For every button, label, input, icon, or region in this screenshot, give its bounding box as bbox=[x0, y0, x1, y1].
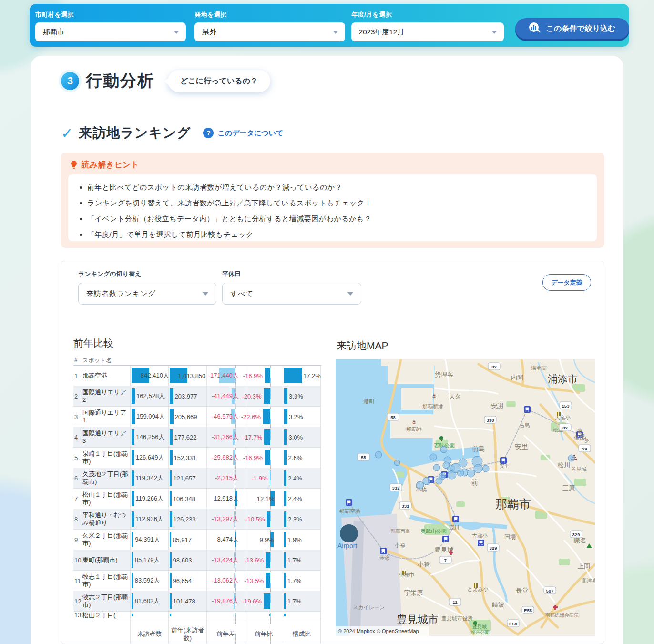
visitors-cell: 94,391人 bbox=[130, 530, 168, 550]
map-label: 那覇西高 bbox=[391, 529, 410, 534]
anchor-icon: ⚓ bbox=[432, 393, 437, 399]
table-row[interactable]: 1 那覇空港842,410人1,013,850-171,440人-16.9%17… bbox=[73, 366, 321, 386]
visitor-map[interactable]: ⚓⚓勢理客内間陽明高港町那覇新港天久安謝古島大名小儀保松島松川首里城若狭公園前島… bbox=[336, 359, 595, 636]
speech-bubble: どこに行っているの？ bbox=[168, 70, 270, 92]
airport-visitor-bubble bbox=[340, 524, 358, 542]
map-label: 小禄中 bbox=[398, 572, 414, 578]
yoy-cell: -13.5% bbox=[245, 571, 283, 591]
diff-cell: -25,682人 bbox=[206, 448, 245, 468]
map-label: 那覇港 bbox=[406, 426, 422, 432]
map-title: 来訪地MAP bbox=[337, 339, 388, 352]
data-definition-button[interactable]: データ定義 bbox=[542, 274, 591, 291]
yoy-cell: -22.6% bbox=[245, 407, 283, 427]
table-row[interactable]: 8 平和通り・むつみ橋通り112,936人126,233-13,297人-10.… bbox=[73, 509, 321, 530]
table-row[interactable]: 4 国際通りエリア3146,256人177,622-31,366人-17.7%3… bbox=[73, 427, 321, 448]
map-label: 総合公園 bbox=[470, 630, 490, 635]
municipality-select-value: 那覇市 bbox=[43, 28, 64, 37]
visitor-bubble bbox=[451, 463, 460, 473]
share-cell: 2.4% bbox=[283, 468, 321, 488]
map-label: 松川 bbox=[557, 461, 570, 469]
svg-text:329: 329 bbox=[490, 545, 497, 551]
table-row[interactable]: 11 牧志１丁目(那覇市)83,592人96,654-13,062人-13.5%… bbox=[73, 571, 321, 591]
table-row[interactable]: 10 東町(那覇市)85,179人98,603-13,424人-13.6%1.7… bbox=[73, 550, 321, 571]
apply-filters-label: この条件で絞り込む bbox=[546, 24, 616, 34]
spot-name-cell: 国際通りエリア3 bbox=[82, 427, 129, 447]
prev-year-cell bbox=[168, 612, 206, 619]
daytype-label: 平休日 bbox=[222, 270, 241, 278]
hint-list: 前年と比べてどのスポットの来訪者数が増えているのか？減っているのか？ランキングを… bbox=[78, 183, 587, 239]
period-filter-label: 年度/月を選択 bbox=[351, 10, 504, 19]
table-row[interactable]: 7 松山１丁目(那覇市)119,266人106,34812,918人12.1%2… bbox=[73, 489, 321, 509]
question-icon: ? bbox=[203, 128, 214, 138]
svg-text:E58: E58 bbox=[509, 621, 517, 626]
apply-filters-button[interactable]: この条件で絞り込む bbox=[515, 18, 629, 39]
map-label: 大名小 bbox=[555, 415, 571, 420]
table-row[interactable]: 13 松山２丁目( bbox=[73, 612, 321, 619]
prev-year-cell: 177,622 bbox=[168, 427, 206, 447]
yoy-cell: -1.9% bbox=[245, 468, 283, 488]
visitors-cell bbox=[130, 612, 168, 619]
table-row[interactable]: 2 国際通りエリア2162,528人203,977-41,449人-20.3%3… bbox=[73, 386, 321, 407]
prev-year-cell: 121,657 bbox=[168, 468, 206, 488]
svg-text:507: 507 bbox=[546, 588, 554, 593]
ranking-switch-select[interactable]: 来訪者数ランキング bbox=[78, 283, 216, 305]
table-row[interactable]: 12 牧志２丁目(那覇市)81,602人101,478-19,876人-19.6… bbox=[73, 591, 321, 612]
map-label: 古島 bbox=[520, 422, 530, 428]
table-row[interactable]: 9 久米２丁目(那覇市)94,391人85,9178,474人9.9%1.9% bbox=[73, 530, 321, 550]
prev-year-cell: 1,013,850 bbox=[168, 366, 206, 386]
visitor-bubble bbox=[375, 451, 382, 458]
train-station-icon bbox=[442, 536, 449, 542]
yoy-cell: -16.9% bbox=[245, 366, 283, 386]
table-row[interactable]: 6 久茂地２丁目(那覇市)119,342人121,657-2,315人-1.9%… bbox=[73, 468, 321, 489]
route-shield: 58 bbox=[387, 413, 399, 420]
daytype-select[interactable]: すべて bbox=[222, 283, 361, 305]
map-label: 三原 bbox=[562, 484, 575, 491]
section-title: 行動分析 bbox=[86, 70, 154, 92]
period-filter: 年度/月を選択 2023年度12月 bbox=[351, 10, 504, 41]
map-label: 天久 bbox=[449, 393, 461, 400]
map-label: 古蔵小 bbox=[472, 533, 488, 539]
visitor-bubble bbox=[436, 478, 442, 484]
yoy-cell: 9.9% bbox=[245, 530, 283, 550]
diff-cell: -31,366人 bbox=[206, 427, 245, 447]
yoy-cell bbox=[245, 612, 283, 619]
route-shield: 58 bbox=[358, 453, 369, 460]
municipality-select[interactable]: 那覇市 bbox=[35, 22, 186, 41]
route-shield: 11 bbox=[449, 598, 461, 605]
share-cell: 1.9% bbox=[283, 530, 321, 550]
visitors-cell: 842,410人 bbox=[130, 366, 168, 386]
rank-cell: 4 bbox=[74, 427, 82, 447]
train-station-icon bbox=[524, 406, 531, 413]
route-shield: 153 bbox=[560, 402, 572, 409]
map-label: 陽明高 bbox=[531, 365, 547, 371]
period-select-value: 2023年度12月 bbox=[359, 28, 404, 37]
rank-cell: 6 bbox=[74, 468, 82, 488]
period-select[interactable]: 2023年度12月 bbox=[351, 22, 504, 41]
visitors-cell: 119,266人 bbox=[130, 489, 168, 509]
table-row[interactable]: 3 国際通りエリア1159,094人205,669-46,575人-22.6%3… bbox=[73, 407, 321, 427]
map-label: Airport bbox=[337, 542, 357, 550]
spot-name-cell: 那覇空港 bbox=[82, 366, 129, 386]
map-label: 高津嘉山 bbox=[582, 578, 595, 583]
origin-select[interactable]: 県外 bbox=[194, 22, 345, 41]
share-cell: 3.3% bbox=[283, 386, 321, 406]
svg-text:29: 29 bbox=[582, 446, 587, 451]
visitors-cell: 112,936人 bbox=[130, 509, 168, 529]
svg-text:© 2024 Mapbox © OpenStreetMap: © 2024 Mapbox © OpenStreetMap bbox=[338, 628, 419, 634]
table-row[interactable]: 5 泉崎１丁目(那覇市)126,649人152,331-25,682人-16.9… bbox=[73, 448, 321, 468]
svg-text:E58: E58 bbox=[524, 608, 532, 613]
spot-name-cell: 国際通りエリア1 bbox=[82, 407, 129, 427]
rank-cell: 1 bbox=[74, 366, 82, 386]
svg-text:329: 329 bbox=[572, 532, 580, 537]
measure-label: 前年比 bbox=[245, 619, 283, 644]
hint-box: 読み解きヒント 前年と比べてどのスポットの来訪者数が増えているのか？減っているの… bbox=[61, 153, 604, 248]
chevron-down-icon bbox=[491, 31, 497, 34]
prev-year-cell: 205,669 bbox=[168, 407, 206, 427]
hint-list-box: 前年と比べてどのスポットの来訪者数が増えているのか？減っているのか？ランキングを… bbox=[68, 174, 597, 241]
map-label: 那覇新港 bbox=[422, 403, 443, 409]
about-data-link[interactable]: ? このデータについて bbox=[203, 128, 283, 138]
diff-cell: -2,315人 bbox=[206, 468, 245, 488]
chevron-down-icon bbox=[174, 31, 179, 34]
map-label: 赤嶺 bbox=[379, 555, 390, 561]
rank-cell: 12 bbox=[74, 591, 82, 611]
